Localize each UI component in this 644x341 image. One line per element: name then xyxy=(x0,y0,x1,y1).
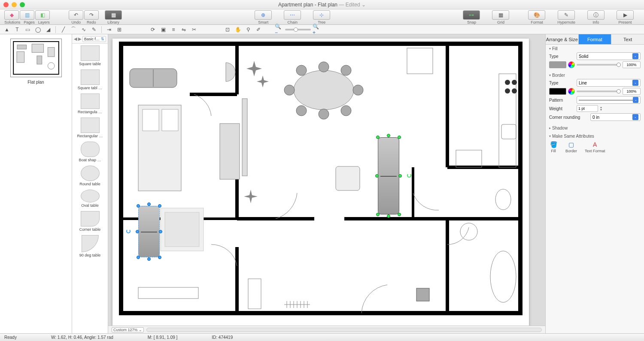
pencil-tool[interactable]: ✎ xyxy=(90,26,98,33)
library-item[interactable]: Oval table xyxy=(72,188,108,209)
status-dimensions: W: 1.62, H: 0.46, Angle: 1.57 rad xyxy=(51,335,113,340)
undo-icon: ↶ xyxy=(74,12,78,18)
rect-tool[interactable]: ▭ xyxy=(23,26,32,33)
selected-object-sofa-green[interactable] xyxy=(378,137,399,214)
horizontal-scrollbar[interactable] xyxy=(146,328,542,332)
library-item[interactable]: Rectangular … xyxy=(72,116,108,140)
group-tool[interactable]: ▣ xyxy=(159,26,167,33)
border-header[interactable]: Border xyxy=(549,73,641,78)
tab-format[interactable]: Format xyxy=(579,34,612,44)
crop-tool[interactable]: ✂ xyxy=(190,26,198,33)
dropper-tool[interactable]: ⚲ xyxy=(244,26,252,33)
pages-button[interactable]: ▥ xyxy=(20,10,34,20)
grid-button[interactable]: ▦ xyxy=(492,10,509,20)
border-opacity-value[interactable]: 100% xyxy=(623,88,641,95)
line-tool[interactable]: ╱ xyxy=(59,26,67,33)
same-fill-button[interactable]: 🪣Fill xyxy=(549,140,558,153)
shape-preview xyxy=(81,166,100,181)
pointer-tool[interactable]: ▲ xyxy=(3,26,11,33)
svg-point-31 xyxy=(294,70,354,110)
fill-opacity-slider[interactable] xyxy=(577,64,621,66)
same-text-button[interactable]: AText Format xyxy=(585,140,605,153)
arc-tool[interactable]: ⌒ xyxy=(69,26,78,33)
eyedrop-tool[interactable]: ✐ xyxy=(254,26,263,33)
border-pattern-select[interactable]: ⌄ xyxy=(577,96,641,104)
border-type-select[interactable]: Line⌄ xyxy=(577,79,641,87)
tree-button[interactable]: ⊹ xyxy=(313,10,330,20)
connector-tool[interactable]: ⇥ xyxy=(105,26,113,33)
svg-rect-3 xyxy=(17,51,24,62)
fill-opacity-value[interactable]: 100% xyxy=(623,61,641,68)
minimize-icon[interactable] xyxy=(12,2,17,7)
snap-button[interactable]: ⊶ xyxy=(463,10,480,20)
info-icon: ⓘ xyxy=(593,12,598,19)
titlebar: Apartment plan - Flat plan — Edited ⌄ xyxy=(0,0,644,9)
border-opacity-slider[interactable] xyxy=(577,91,621,92)
library-category-dropdown[interactable]: Basic f…⇅ xyxy=(82,36,106,42)
svg-rect-40 xyxy=(242,99,247,176)
library-item[interactable]: Square table xyxy=(72,44,108,68)
smart-button[interactable]: ⊕ xyxy=(255,10,272,20)
lib-fwd-icon[interactable]: ▶ xyxy=(78,36,82,41)
corner-rounding-select[interactable]: 0 in⌄ xyxy=(590,113,641,121)
undo-button[interactable]: ↶ xyxy=(69,10,83,20)
section-border: Border Type Line⌄ 100% Pattern ⌄ Weight … xyxy=(546,71,644,124)
svg-point-25 xyxy=(512,88,517,94)
text-a-icon: A xyxy=(591,140,599,149)
tab-arrange-size[interactable]: Arrange & Size xyxy=(546,34,579,44)
section-same-attrs: Make Same Attributes 🪣Fill ▢Border AText… xyxy=(546,132,644,157)
lib-back-icon[interactable]: ◀ xyxy=(74,36,77,41)
library-item[interactable]: Rectangula … xyxy=(72,92,108,116)
fill-header[interactable]: Fill xyxy=(549,46,641,51)
drawing-canvas[interactable] xyxy=(112,39,529,326)
fill-color-picker[interactable] xyxy=(568,61,575,68)
rotate-tool[interactable]: ⟳ xyxy=(149,26,157,33)
info-button[interactable]: ⓘ xyxy=(587,10,605,20)
pages-icon: ▥ xyxy=(25,12,30,18)
layers-button[interactable]: ◧ xyxy=(35,10,50,20)
text-tool[interactable]: T xyxy=(13,26,21,33)
solutions-button[interactable]: ◆ xyxy=(4,10,19,20)
library-item[interactable]: Round table xyxy=(72,164,108,188)
border-color-swatch[interactable] xyxy=(549,88,566,95)
library-item-label: Boat shap … xyxy=(79,158,101,162)
stepper-down-icon[interactable]: ▼ xyxy=(600,109,602,111)
same-border-button[interactable]: ▢Border xyxy=(565,140,577,153)
zoom-icon[interactable] xyxy=(20,2,25,7)
flip-tool[interactable]: ⇋ xyxy=(179,26,188,33)
library-button[interactable]: ▦ xyxy=(105,10,122,20)
library-item[interactable]: Square tabl … xyxy=(72,68,108,92)
zoom-out-button[interactable]: 🔍− xyxy=(275,26,283,33)
hypernote-button[interactable]: ✎ xyxy=(558,10,575,20)
library-item[interactable]: 90 deg table xyxy=(72,233,108,259)
border-color-picker[interactable] xyxy=(568,88,575,95)
same-attrs-header[interactable]: Make Same Attributes xyxy=(549,134,641,139)
shadow-header[interactable]: Shadow xyxy=(549,126,641,130)
library-item[interactable]: Corner table xyxy=(72,209,108,233)
tab-text[interactable]: Text xyxy=(611,34,644,44)
chain-button[interactable]: ⋯ xyxy=(284,10,301,20)
selected-object-sofa-blue[interactable] xyxy=(138,206,160,257)
zoom-level-dropdown[interactable]: Custom 127% ⌄ xyxy=(112,327,144,332)
ellipse-tool[interactable]: ◯ xyxy=(33,26,42,33)
svg-point-33 xyxy=(319,62,329,72)
canvas-zoom-bar: Custom 127% ⌄ xyxy=(108,326,545,333)
align-tool[interactable]: ≡ xyxy=(169,26,178,33)
zoom-fit-tool[interactable]: ⊡ xyxy=(223,26,232,33)
shape-preview xyxy=(81,94,100,109)
close-icon[interactable] xyxy=(3,2,9,7)
border-weight-field[interactable]: 1 pt xyxy=(577,105,598,112)
hand-tool[interactable]: ✋ xyxy=(234,26,242,33)
format-button[interactable]: 🎨 xyxy=(528,10,545,20)
spline-tool[interactable]: ∿ xyxy=(79,26,88,33)
library-item[interactable]: Boat shap … xyxy=(72,140,108,164)
page-thumbnail[interactable] xyxy=(10,39,62,77)
stamp-tool[interactable]: ⊞ xyxy=(115,26,124,33)
fill-color-swatch[interactable] xyxy=(549,61,566,68)
fill-type-select[interactable]: Solid⌄ xyxy=(577,52,641,60)
zoom-slider[interactable] xyxy=(285,29,311,30)
redo-button[interactable]: ↷ xyxy=(84,10,99,20)
present-button[interactable]: ▶ xyxy=(617,10,634,20)
zoom-in-button[interactable]: 🔍+ xyxy=(313,26,321,33)
callout-tool[interactable]: ◢ xyxy=(44,26,52,33)
